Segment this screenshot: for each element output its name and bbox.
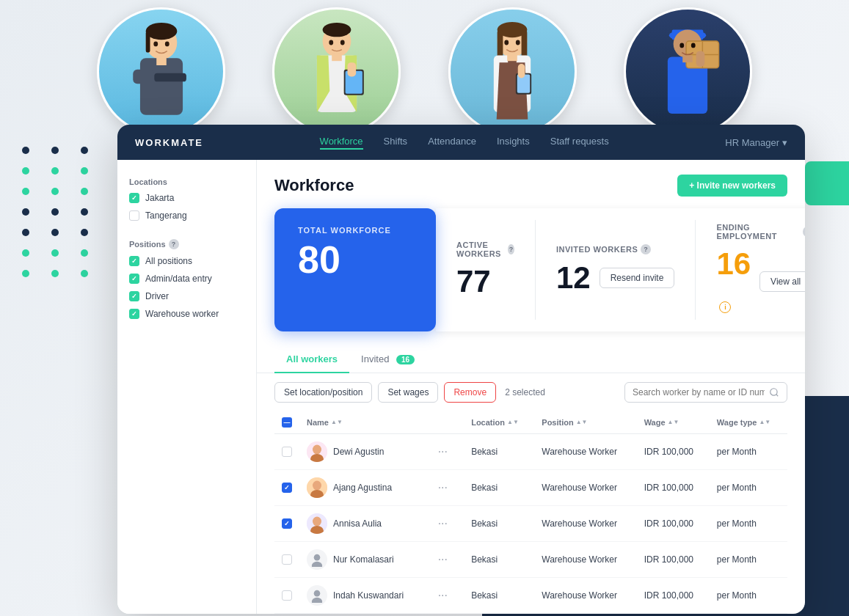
avatar	[307, 513, 327, 534]
dot	[22, 167, 29, 175]
ending-warning-icon[interactable]: i	[719, 301, 731, 313]
nav-workforce[interactable]: Workforce	[320, 136, 363, 150]
svg-rect-6	[156, 56, 167, 65]
other-stats-container: ACTIVE WORKERS ? 77 INVITED WORKERS ? 12	[436, 208, 805, 331]
navbar: WORKMATE Workforce Shifts Attendance Ins…	[117, 125, 805, 160]
checkbox-warehouse[interactable]: ✓	[129, 309, 139, 319]
table-row: Dewi Agustin ··· Bekasi Warehouse Worker…	[274, 434, 787, 470]
worker-position: Warehouse Worker	[534, 434, 636, 470]
positions-info-icon[interactable]: ?	[169, 239, 179, 249]
nav-attendance[interactable]: Attendance	[428, 136, 476, 150]
avatar	[307, 549, 327, 570]
checkbox-driver[interactable]: ✓	[129, 291, 139, 301]
sort-location-icon[interactable]: ▲▼	[507, 419, 519, 425]
tab-invited[interactable]: Invited 16	[349, 346, 426, 373]
sidebar-location-jakarta[interactable]: ✓ Jakarta	[117, 189, 256, 207]
checkbox-all-positions[interactable]: ✓	[129, 256, 139, 266]
svg-point-7	[153, 42, 158, 47]
dot-grid-decoration	[22, 147, 97, 277]
nav-shifts[interactable]: Shifts	[384, 136, 408, 150]
worker-wage: IDR 100,000	[637, 470, 710, 506]
worker-wage-type: per Month	[710, 578, 787, 614]
nav-staff-requests[interactable]: Staff requests	[550, 136, 609, 150]
row-checkbox[interactable]: ✓	[282, 483, 292, 493]
dot	[22, 188, 29, 195]
worker-position: Warehouse Worker	[534, 542, 636, 578]
set-wages-button[interactable]: Set wages	[378, 382, 438, 403]
content-area: Locations ✓ Jakarta Tangerang Positions …	[117, 160, 805, 614]
avatar-worker-3	[448, 7, 577, 136]
col-location: Location ▲▼	[471, 418, 527, 427]
sort-wage-icon[interactable]: ▲▼	[668, 419, 679, 425]
sidebar-position-admin[interactable]: ✓ Admin/data entry	[117, 270, 256, 287]
ending-info-icon[interactable]: ?	[803, 227, 805, 237]
svg-rect-17	[332, 54, 342, 62]
invited-workers-label: INVITED WORKERS ?	[556, 244, 674, 254]
ending-employment-number: 16 i	[716, 246, 751, 317]
checkbox-tangerang[interactable]	[129, 210, 139, 221]
sidebar-locations-title: Locations	[117, 172, 256, 189]
dot	[51, 167, 59, 175]
dot	[22, 147, 29, 154]
invited-tab-badge: 16	[396, 355, 415, 364]
resend-invite-button[interactable]: Resend invite	[600, 268, 675, 288]
nav-user-menu[interactable]: HR Manager ▾	[725, 137, 787, 148]
sidebar-location-tangerang[interactable]: Tangerang	[117, 207, 256, 224]
svg-point-47	[313, 445, 321, 455]
checkbox-jakarta[interactable]: ✓	[129, 193, 139, 203]
worker-wage-type: per Month	[710, 542, 787, 578]
row-checkbox[interactable]: ✓	[282, 518, 292, 529]
set-location-button[interactable]: Set location/position	[274, 382, 372, 403]
active-info-icon[interactable]: ?	[508, 244, 514, 254]
row-checkbox[interactable]	[282, 554, 292, 565]
svg-rect-2	[145, 32, 150, 53]
brand-logo: WORKMATE	[135, 137, 203, 148]
remove-button[interactable]: Remove	[444, 382, 496, 403]
table-row: Indah Kuswandari ··· Bekasi Warehouse Wo…	[274, 578, 787, 614]
workers-table-wrap: — Name ▲▼	[257, 411, 805, 614]
worker-position: Warehouse Worker	[534, 470, 636, 506]
invited-info-icon[interactable]: ?	[641, 244, 651, 254]
svg-point-10	[323, 23, 351, 37]
row-more-button[interactable]: ···	[434, 551, 452, 568]
row-more-button[interactable]: ···	[434, 516, 452, 532]
svg-point-53	[313, 517, 321, 527]
sort-wage-type-icon[interactable]: ▲▼	[759, 419, 770, 425]
worker-wage-type: per Month	[710, 506, 787, 542]
svg-point-32	[516, 40, 520, 45]
svg-point-56	[312, 562, 322, 567]
row-checkbox[interactable]	[282, 447, 292, 457]
dot	[81, 147, 88, 154]
svg-rect-16	[347, 62, 356, 76]
invite-workers-button[interactable]: + Invite new workers	[677, 175, 787, 197]
row-more-button[interactable]: ···	[434, 587, 452, 604]
dot	[22, 208, 29, 216]
chevron-down-icon: ▾	[782, 137, 787, 148]
worker-name: Ajang Agustina	[333, 483, 392, 493]
main-content: Workforce + Invite new workers TOTAL WOR…	[257, 160, 805, 614]
dot	[81, 270, 88, 277]
worker-name: Indah Kuswandari	[333, 590, 404, 601]
tab-all-workers[interactable]: All workers	[274, 346, 349, 373]
worker-wage-type: per Month	[710, 470, 787, 506]
nav-insights[interactable]: Insights	[497, 136, 530, 150]
search-input[interactable]	[633, 387, 765, 397]
sidebar-position-warehouse[interactable]: ✓ Warehouse worker	[117, 305, 256, 323]
svg-point-31	[504, 40, 509, 45]
dot	[22, 270, 29, 277]
sidebar-position-all[interactable]: ✓ All positions	[117, 252, 256, 270]
dot	[81, 188, 88, 195]
row-more-button[interactable]: ···	[434, 480, 452, 496]
worker-wage: IDR 100,000	[637, 506, 710, 542]
sort-name-icon[interactable]: ▲▼	[331, 419, 343, 425]
sort-position-icon[interactable]: ▲▼	[576, 419, 588, 425]
checkbox-admin[interactable]: ✓	[129, 274, 139, 284]
col-wage-type: Wage type ▲▼	[717, 418, 780, 427]
view-all-button[interactable]: View all	[759, 271, 805, 292]
svg-point-43	[680, 43, 685, 48]
sidebar-positions-title: Positions ?	[117, 233, 256, 252]
row-more-button[interactable]: ···	[434, 444, 452, 460]
sidebar-position-driver[interactable]: ✓ Driver	[117, 287, 256, 305]
row-checkbox[interactable]	[282, 590, 292, 601]
svg-rect-4	[133, 70, 154, 84]
